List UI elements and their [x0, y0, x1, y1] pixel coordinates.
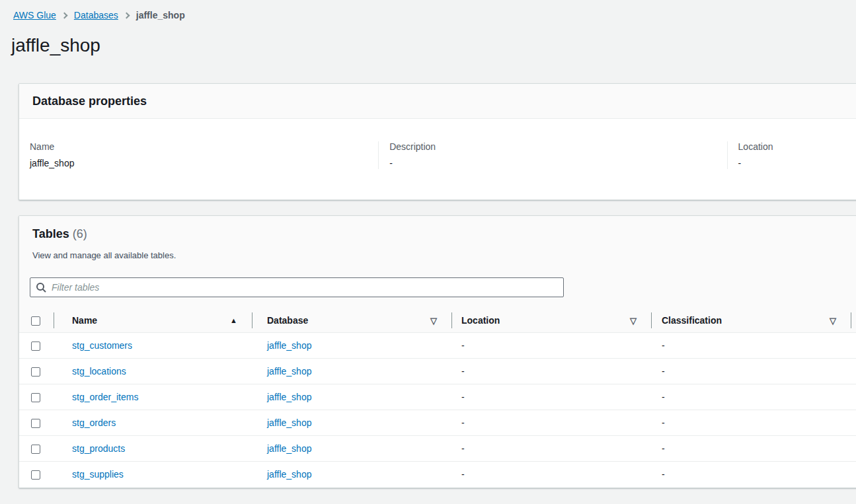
row-checkbox[interactable] [31, 367, 40, 377]
table-header-row: Name▲Database▽Location▽Classification▽ [19, 308, 856, 333]
row-overflow-cell [851, 333, 856, 359]
database-properties-header: Database properties [19, 84, 856, 119]
breadcrumb-link-aws-glue[interactable]: AWS Glue [13, 10, 56, 20]
table-row: stg_productsjaffle_shop-- [19, 436, 856, 462]
column-header-overflow [851, 308, 856, 333]
column-header-location[interactable]: Location▽ [451, 308, 651, 333]
table-name-link[interactable]: stg_order_items [72, 392, 138, 402]
row-database-link[interactable]: jaffle_shop [267, 340, 311, 351]
row-database-link[interactable]: jaffle_shop [267, 392, 311, 402]
row-classification-value: - [662, 392, 665, 402]
property-field: Name jaffle_shop [30, 141, 378, 169]
property-value: jaffle_shop [30, 158, 368, 169]
sort-ascending-icon[interactable]: ▲ [230, 317, 237, 324]
column-label: Database [267, 315, 430, 326]
row-checkbox[interactable] [31, 445, 40, 454]
tables-card: Tables (6) View and manage all available… [19, 215, 856, 488]
sort-descending-icon[interactable]: ▽ [430, 316, 437, 325]
row-location-value: - [461, 443, 465, 454]
property-label: Location [738, 141, 856, 153]
row-checkbox-cell [19, 359, 54, 384]
column-label: Classification [662, 315, 830, 326]
row-checkbox[interactable] [31, 470, 40, 480]
select-all-header-cell [19, 308, 54, 333]
table-name-link[interactable]: stg_locations [72, 366, 126, 377]
row-checkbox-cell [19, 410, 54, 436]
property-label: Description [389, 141, 716, 153]
table-row: stg_order_itemsjaffle_shop-- [19, 384, 856, 410]
row-database-link[interactable]: jaffle_shop [267, 366, 311, 377]
property-label: Name [30, 141, 368, 153]
column-header-database[interactable]: Database▽ [252, 308, 451, 333]
row-location-value: - [461, 340, 465, 351]
property-value: - [738, 158, 856, 169]
row-classification-value: - [662, 417, 665, 428]
row-checkbox[interactable] [31, 393, 40, 402]
breadcrumb-chevron-icon [61, 12, 67, 18]
tables-title-text: Tables [32, 227, 69, 240]
table-row: stg_locationsjaffle_shop-- [19, 359, 856, 384]
column-header-name[interactable]: Name▲ [54, 308, 252, 333]
property-field: Description - [378, 141, 726, 169]
row-overflow-cell [851, 462, 856, 487]
row-checkbox-cell [19, 384, 54, 410]
row-location-value: - [461, 366, 465, 377]
sort-descending-icon[interactable]: ▽ [830, 316, 836, 325]
row-checkbox-cell [19, 462, 54, 487]
column-label: Location [461, 315, 630, 326]
table-row: stg_customersjaffle_shop-- [19, 333, 856, 359]
filter-tables-input[interactable] [30, 277, 564, 297]
table-row: stg_ordersjaffle_shop-- [19, 410, 856, 436]
row-overflow-cell [851, 359, 856, 384]
row-overflow-cell [851, 436, 856, 462]
row-classification-value: - [662, 443, 665, 454]
column-label: Name [72, 315, 230, 326]
tables-title: Tables (6) [32, 227, 856, 241]
select-all-checkbox[interactable] [31, 316, 40, 326]
filter-tables-field [30, 277, 564, 297]
properties-fields: Name jaffle_shop Description - Location … [19, 119, 856, 199]
row-checkbox[interactable] [31, 342, 40, 351]
breadcrumb-chevron-icon [123, 12, 130, 18]
row-location-value: - [461, 417, 465, 428]
row-database-link[interactable]: jaffle_shop [267, 443, 311, 454]
breadcrumb-link-databases[interactable]: Databases [74, 10, 118, 20]
property-value: - [389, 158, 716, 169]
row-location-value: - [461, 469, 465, 480]
tables-card-header: Tables (6) View and manage all available… [19, 216, 856, 308]
table-name-link[interactable]: stg_products [72, 443, 125, 454]
row-database-link[interactable]: jaffle_shop [267, 417, 311, 428]
table-name-link[interactable]: stg_customers [72, 340, 132, 351]
row-overflow-cell [851, 410, 856, 436]
tables-description: View and manage all available tables. [32, 250, 856, 260]
row-classification-value: - [662, 340, 665, 351]
column-header-classification[interactable]: Classification▽ [651, 308, 851, 333]
database-properties-title: Database properties [32, 93, 856, 109]
row-database-link[interactable]: jaffle_shop [267, 469, 311, 480]
row-classification-value: - [662, 366, 665, 377]
tables-body: stg_customersjaffle_shop--stg_locationsj… [19, 333, 856, 487]
row-classification-value: - [662, 469, 665, 480]
row-checkbox-cell [19, 333, 54, 359]
row-checkbox-cell [19, 436, 54, 462]
row-location-value: - [461, 392, 465, 402]
breadcrumb-current: jaffle_shop [136, 10, 185, 20]
table-name-link[interactable]: stg_supplies [72, 469, 124, 480]
database-properties-card: Database properties Name jaffle_shop Des… [19, 83, 856, 200]
sort-descending-icon[interactable]: ▽ [630, 316, 637, 325]
tables-table: Name▲Database▽Location▽Classification▽ s… [19, 308, 856, 487]
page-title: jaffle_shop [11, 34, 856, 57]
row-overflow-cell [851, 384, 856, 410]
breadcrumb: AWS Glue Databases jaffle_shop [0, 0, 856, 20]
property-field: Location - [727, 141, 856, 169]
row-checkbox[interactable] [31, 419, 40, 428]
tables-count: (6) [73, 227, 87, 240]
table-row: stg_suppliesjaffle_shop-- [19, 462, 856, 487]
table-name-link[interactable]: stg_orders [72, 417, 116, 428]
